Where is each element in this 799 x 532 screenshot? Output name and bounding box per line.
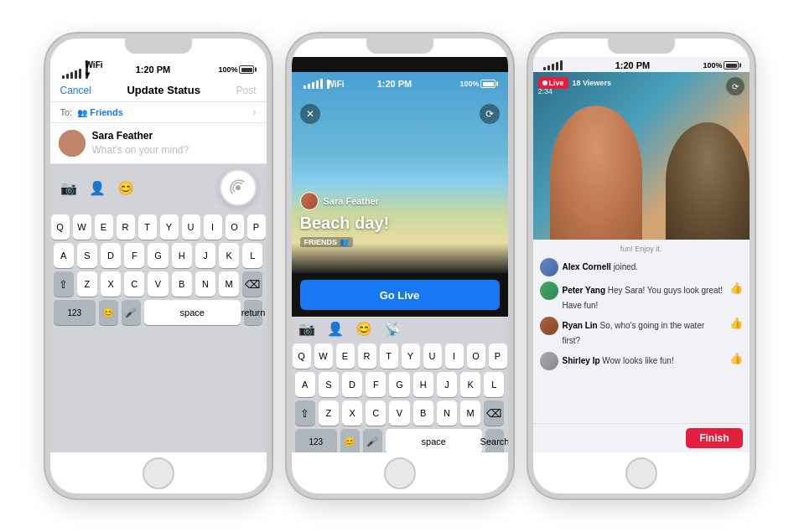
key2-j[interactable]: J bbox=[437, 372, 457, 397]
battery-icon-2 bbox=[480, 80, 495, 88]
badge-friends-icon: 👥 bbox=[340, 238, 349, 246]
key2-g[interactable]: G bbox=[389, 372, 409, 397]
key-x[interactable]: X bbox=[101, 271, 121, 297]
live-icon-circle[interactable] bbox=[220, 169, 257, 206]
live-icon-2[interactable]: 📡 bbox=[384, 321, 401, 337]
key2-space[interactable]: space bbox=[386, 429, 482, 452]
key-q[interactable]: Q bbox=[51, 214, 70, 240]
key-f[interactable]: F bbox=[124, 243, 144, 268]
key-u[interactable]: U bbox=[182, 214, 200, 240]
finish-button[interactable]: Finish bbox=[686, 428, 742, 448]
key-t[interactable]: T bbox=[138, 214, 157, 240]
key2-delete[interactable]: ⌫ bbox=[484, 400, 504, 426]
camera-icon[interactable]: 📷 bbox=[60, 180, 77, 196]
friends-badge: FRIENDS 👥 bbox=[300, 237, 354, 247]
key2-t[interactable]: T bbox=[380, 343, 398, 369]
key2-u[interactable]: U bbox=[423, 343, 442, 369]
key2-m[interactable]: M bbox=[460, 400, 480, 426]
live-user-row: Sara Feather bbox=[300, 192, 390, 210]
key-d[interactable]: D bbox=[101, 243, 121, 268]
key2-n[interactable]: N bbox=[437, 400, 457, 426]
key2-i[interactable]: I bbox=[445, 343, 464, 369]
key-k[interactable]: K bbox=[219, 243, 239, 268]
key-w[interactable]: W bbox=[73, 214, 91, 240]
home-button-3[interactable] bbox=[625, 457, 657, 489]
key2-v[interactable]: V bbox=[389, 400, 409, 426]
key-m[interactable]: M bbox=[219, 271, 239, 297]
live-top-controls: ✕ ⟳ bbox=[300, 104, 500, 124]
key-g[interactable]: G bbox=[148, 243, 168, 268]
key-b[interactable]: B bbox=[172, 271, 192, 297]
key2-e[interactable]: E bbox=[336, 343, 355, 369]
compose-input[interactable]: What's on your mind? bbox=[92, 144, 258, 156]
key-l[interactable]: L bbox=[242, 243, 262, 268]
key2-c[interactable]: C bbox=[366, 400, 386, 426]
key-e[interactable]: E bbox=[95, 214, 113, 240]
key-123[interactable]: 123 bbox=[54, 300, 96, 325]
key2-123[interactable]: 123 bbox=[295, 429, 337, 452]
key-j[interactable]: J bbox=[195, 243, 215, 268]
keyboard-toolbar-2: 📷 👤 😊 📡 bbox=[292, 317, 508, 340]
key-space[interactable]: space bbox=[144, 300, 241, 325]
key2-d[interactable]: D bbox=[342, 372, 362, 397]
key2-x[interactable]: X bbox=[342, 400, 362, 426]
key2-l[interactable]: L bbox=[484, 372, 504, 397]
key-h[interactable]: H bbox=[172, 243, 192, 268]
key-shift[interactable]: ⇧ bbox=[54, 271, 74, 297]
key2-b[interactable]: B bbox=[413, 400, 433, 426]
like-icon-shirley[interactable]: 👍 bbox=[729, 352, 743, 364]
go-live-button[interactable]: Go Live bbox=[300, 280, 500, 310]
key2-y[interactable]: Y bbox=[402, 343, 420, 369]
key-p[interactable]: P bbox=[247, 214, 266, 240]
key-delete[interactable]: ⌫ bbox=[242, 271, 262, 297]
like-icon-ryan[interactable]: 👍 bbox=[729, 317, 743, 329]
post-button[interactable]: Post bbox=[236, 85, 256, 96]
cancel-button[interactable]: Cancel bbox=[60, 85, 91, 96]
key-i[interactable]: I bbox=[204, 214, 222, 240]
audience-bar[interactable]: To: 👥 Friends › bbox=[50, 102, 267, 123]
key2-z[interactable]: Z bbox=[319, 400, 339, 426]
key2-h[interactable]: H bbox=[413, 372, 433, 397]
key-a[interactable]: A bbox=[54, 243, 74, 268]
live-close-button[interactable]: ✕ bbox=[300, 104, 320, 124]
key-o[interactable]: O bbox=[226, 214, 244, 240]
key2-w[interactable]: W bbox=[314, 343, 333, 369]
svg-point-0 bbox=[236, 185, 241, 190]
key-emoji[interactable]: 😊 bbox=[99, 300, 118, 325]
person-icon[interactable]: 👤 bbox=[89, 180, 106, 196]
key-c[interactable]: C bbox=[124, 271, 144, 297]
key2-mic[interactable]: 🎤 bbox=[363, 429, 382, 452]
key-y[interactable]: Y bbox=[160, 214, 179, 240]
key2-p[interactable]: P bbox=[489, 343, 507, 369]
live-rotate-button[interactable]: ⟳ bbox=[480, 104, 500, 124]
key2-q[interactable]: Q bbox=[293, 343, 311, 369]
key2-o[interactable]: O bbox=[467, 343, 485, 369]
key2-shift[interactable]: ⇧ bbox=[295, 400, 315, 426]
person-icon-2[interactable]: 👤 bbox=[327, 321, 344, 337]
key2-s[interactable]: S bbox=[319, 372, 339, 397]
key2-k[interactable]: K bbox=[460, 372, 480, 397]
live-icon-wrapper[interactable] bbox=[220, 169, 257, 206]
friends-audience[interactable]: 👥 Friends bbox=[77, 107, 123, 117]
key-r[interactable]: R bbox=[117, 214, 135, 240]
key2-r[interactable]: R bbox=[358, 343, 376, 369]
home-button-1[interactable] bbox=[143, 457, 174, 489]
emoji-icon-2[interactable]: 😊 bbox=[355, 321, 372, 337]
live-rotate-btn-3[interactable]: ⟳ bbox=[726, 77, 745, 96]
keyboard-area-2: 📷 👤 😊 📡 Q W E R T Y U I O bbox=[292, 317, 508, 452]
key-return[interactable]: return bbox=[244, 300, 263, 325]
search-button[interactable]: Search bbox=[485, 429, 505, 452]
like-icon-peter[interactable]: 👍 bbox=[729, 281, 743, 294]
key2-a[interactable]: A bbox=[295, 372, 315, 397]
key2-f[interactable]: F bbox=[366, 372, 386, 397]
key-n[interactable]: N bbox=[195, 271, 215, 297]
chat-content-alex: Alex Cornell joined. bbox=[563, 258, 743, 273]
camera-icon-2[interactable]: 📷 bbox=[298, 321, 315, 337]
home-button-2[interactable] bbox=[384, 457, 416, 489]
key-s[interactable]: S bbox=[77, 243, 97, 268]
key-mic[interactable]: 🎤 bbox=[122, 300, 141, 325]
key-z[interactable]: Z bbox=[77, 271, 97, 297]
emoji-icon[interactable]: 😊 bbox=[117, 180, 134, 196]
key2-emoji[interactable]: 😊 bbox=[340, 429, 360, 452]
key-v[interactable]: V bbox=[148, 271, 168, 297]
